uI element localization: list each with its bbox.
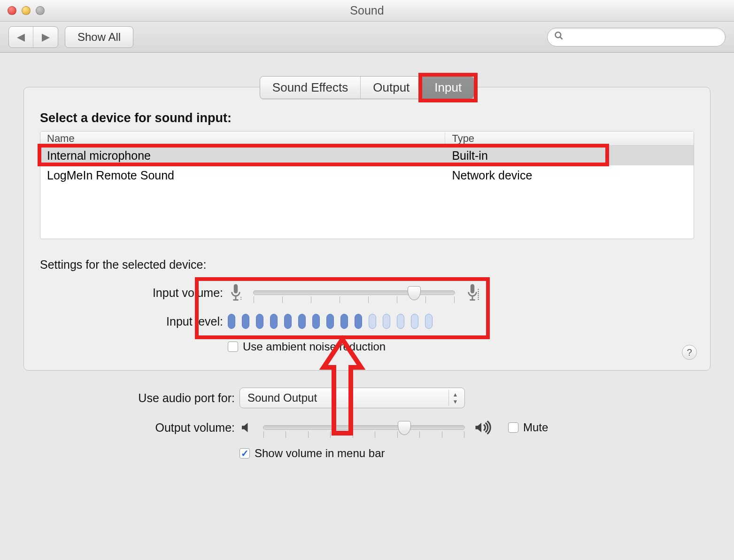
svg-rect-7 bbox=[471, 284, 474, 294]
show-all-label: Show All bbox=[77, 31, 121, 44]
level-segment-6 bbox=[298, 314, 306, 329]
svg-point-14 bbox=[478, 297, 479, 298]
audio-port-select[interactable]: Sound Output ▲▼ bbox=[240, 388, 465, 408]
svg-point-10 bbox=[478, 289, 479, 290]
checkbox-icon bbox=[240, 448, 250, 459]
ambient-noise-label: Use ambient noise reduction bbox=[243, 340, 386, 353]
speaker-low-icon bbox=[240, 420, 254, 435]
level-segment-10 bbox=[355, 314, 362, 329]
level-segment-9 bbox=[340, 314, 348, 329]
device-row[interactable]: Internal microphoneBuilt-in bbox=[40, 146, 694, 165]
level-segment-13 bbox=[397, 314, 404, 329]
device-row[interactable]: LogMeIn Remote SoundNetwork device bbox=[40, 165, 694, 185]
audio-port-value: Sound Output bbox=[247, 391, 317, 404]
show-all-button[interactable]: Show All bbox=[65, 26, 133, 48]
level-segment-11 bbox=[369, 314, 376, 329]
nav-back-forward: ◀ ▶ bbox=[8, 26, 58, 48]
search-field[interactable] bbox=[547, 28, 726, 47]
level-segment-14 bbox=[411, 314, 418, 329]
select-device-heading: Select a device for sound input: bbox=[40, 111, 694, 125]
input-level-label: Input level: bbox=[40, 315, 228, 328]
microphone-high-icon bbox=[464, 283, 480, 303]
device-table: Name Type Internal microphoneBuilt-inLog… bbox=[40, 131, 694, 239]
show-volume-menubar-checkbox[interactable]: Show volume in menu bar bbox=[240, 447, 385, 460]
mute-label: Mute bbox=[523, 421, 548, 434]
nav-back-button[interactable]: ◀ bbox=[9, 27, 33, 47]
device-name: Internal microphone bbox=[40, 149, 445, 163]
settings-heading: Settings for the selected device: bbox=[40, 258, 694, 272]
help-button[interactable]: ? bbox=[682, 345, 697, 360]
svg-point-11 bbox=[478, 291, 479, 292]
nav-forward-button[interactable]: ▶ bbox=[33, 27, 58, 47]
output-volume-label: Output volume: bbox=[52, 421, 240, 435]
svg-point-12 bbox=[478, 293, 479, 294]
input-volume-label: Input volume: bbox=[40, 286, 228, 300]
mute-checkbox[interactable]: Mute bbox=[508, 421, 548, 434]
input-level-meter bbox=[228, 314, 433, 329]
level-segment-15 bbox=[425, 314, 433, 329]
level-segment-7 bbox=[312, 314, 320, 329]
level-segment-8 bbox=[326, 314, 334, 329]
svg-point-5 bbox=[240, 297, 241, 298]
level-segment-1 bbox=[228, 314, 235, 329]
level-segment-5 bbox=[284, 314, 292, 329]
window-title: Sound bbox=[350, 4, 384, 17]
speaker-high-icon bbox=[474, 420, 493, 436]
tab-output[interactable]: Output bbox=[361, 77, 422, 99]
device-type: Built-in bbox=[445, 149, 694, 163]
checkbox-icon bbox=[508, 422, 518, 433]
tab-input[interactable]: Input bbox=[422, 77, 474, 99]
device-type: Network device bbox=[445, 169, 694, 182]
tab-sound-effects[interactable]: Sound Effects bbox=[260, 77, 361, 99]
input-volume-slider[interactable] bbox=[253, 290, 455, 295]
select-caret-icon: ▲▼ bbox=[448, 390, 462, 406]
audio-port-label: Use audio port for: bbox=[52, 391, 240, 405]
svg-point-15 bbox=[478, 299, 479, 300]
search-icon bbox=[554, 31, 564, 43]
svg-line-1 bbox=[560, 37, 563, 39]
microphone-low-icon bbox=[228, 283, 244, 303]
level-segment-2 bbox=[242, 314, 249, 329]
output-volume-slider[interactable] bbox=[263, 425, 465, 430]
level-segment-4 bbox=[270, 314, 278, 329]
ambient-noise-checkbox[interactable]: Use ambient noise reduction bbox=[228, 340, 386, 353]
level-segment-12 bbox=[383, 314, 390, 329]
column-header-name[interactable]: Name bbox=[40, 132, 445, 145]
show-volume-menubar-label: Show volume in menu bar bbox=[255, 447, 385, 460]
svg-point-0 bbox=[556, 32, 561, 38]
search-input[interactable] bbox=[567, 31, 719, 43]
svg-rect-2 bbox=[234, 284, 238, 294]
device-name: LogMeIn Remote Sound bbox=[40, 169, 445, 182]
svg-point-6 bbox=[240, 299, 241, 300]
column-header-type[interactable]: Type bbox=[445, 132, 694, 145]
level-segment-3 bbox=[256, 314, 263, 329]
svg-point-13 bbox=[478, 295, 479, 296]
checkbox-icon bbox=[228, 342, 238, 352]
